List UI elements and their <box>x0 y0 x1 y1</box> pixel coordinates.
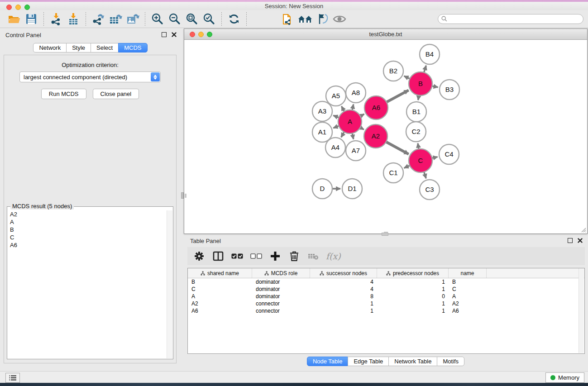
table-cell[interactable]: C <box>188 286 252 292</box>
table-tab-edge-table[interactable]: Edge Table <box>348 357 389 366</box>
table-cell[interactable]: dominator <box>252 293 310 300</box>
network-canvas[interactable]: B4B2BB3A8A5A6A3B1AA1C2A2A4A7C4CC1C3DD1 <box>185 40 587 234</box>
export-network-icon <box>92 13 105 25</box>
deselect-all-rows-button[interactable] <box>250 250 263 262</box>
open-network-file-button[interactable] <box>280 12 296 26</box>
column-header-predecessor-nodes[interactable]: predecessor nodes <box>377 268 449 278</box>
resize-grip-icon[interactable] <box>581 227 586 233</box>
column-header-name[interactable]: name <box>449 268 487 278</box>
table-cell[interactable]: 4 <box>310 286 377 292</box>
close-view-icon[interactable] <box>190 32 195 37</box>
tab-mcds[interactable]: MCDS <box>118 43 147 52</box>
show-graphics-details-button[interactable] <box>332 12 347 26</box>
column-visibility-button[interactable] <box>212 250 225 262</box>
mcds-result-item[interactable]: B <box>8 226 167 234</box>
zoom-window-icon[interactable] <box>24 5 30 10</box>
add-column-button[interactable] <box>269 250 282 262</box>
table-cell[interactable]: B <box>449 279 487 285</box>
run-mcds-button[interactable]: Run MCDS <box>41 89 86 99</box>
column-header-successor-nodes[interactable]: successor nodes <box>310 268 377 278</box>
column-header-shared-name[interactable]: shared name <box>188 268 252 278</box>
mcds-result-item[interactable]: A6 <box>8 241 167 249</box>
mcds-result-item[interactable]: A <box>8 218 167 226</box>
function-builder-button[interactable]: f(x) <box>326 251 341 261</box>
close-window-icon[interactable] <box>6 5 12 10</box>
view-edge-handle[interactable] <box>185 194 186 198</box>
zoom-out-button[interactable] <box>167 12 182 26</box>
table-cell[interactable]: 1 <box>377 308 449 314</box>
float-table-panel-icon[interactable] <box>568 238 573 243</box>
tab-style[interactable]: Style <box>66 43 91 52</box>
task-history-button[interactable] <box>5 373 20 383</box>
table-cell[interactable]: dominator <box>252 279 310 285</box>
table-cell[interactable]: connector <box>252 308 310 314</box>
zoom-in-button[interactable] <box>150 12 165 26</box>
table-cell[interactable]: 1 <box>310 300 377 307</box>
open-session-button[interactable] <box>6 12 22 26</box>
table-cell[interactable]: dominator <box>252 286 310 292</box>
refresh-view-button[interactable] <box>226 12 242 26</box>
delete-column-button[interactable] <box>288 250 301 262</box>
select-all-rows-button[interactable] <box>231 250 244 262</box>
tab-network[interactable]: Network <box>33 43 67 52</box>
table-cell[interactable]: B <box>188 279 252 285</box>
table-row[interactable]: Cdominator41C <box>188 286 584 293</box>
export-image-button[interactable] <box>125 12 140 26</box>
table-settings-button[interactable] <box>193 250 206 262</box>
mcds-list-scrollbar[interactable] <box>167 210 172 358</box>
zoom-fit-button[interactable] <box>184 12 200 26</box>
float-panel-icon[interactable] <box>162 32 167 37</box>
table-tab-node-table[interactable]: Node Table <box>307 357 349 366</box>
search-input[interactable] <box>438 14 583 24</box>
graph-edge-A6-B[interactable] <box>386 90 409 102</box>
close-panel-icon[interactable] <box>172 32 177 37</box>
import-network-button[interactable] <box>48 12 64 26</box>
table-scrollbar[interactable] <box>578 268 584 353</box>
table-cell[interactable]: A6 <box>188 308 252 314</box>
horizontal-splitter-grip[interactable] <box>382 233 388 236</box>
export-network-button[interactable] <box>91 12 106 26</box>
hide-flagged-button[interactable] <box>315 12 330 26</box>
mcds-result-item[interactable]: A2 <box>8 210 167 218</box>
delete-table-button[interactable] <box>307 250 320 262</box>
table-row[interactable]: A6connector11A6 <box>188 307 584 315</box>
import-table-button[interactable] <box>66 12 81 26</box>
table-cell[interactable]: A <box>188 293 252 300</box>
save-session-button[interactable] <box>24 12 39 26</box>
table-cell[interactable]: 4 <box>310 279 377 285</box>
table-cell[interactable]: connector <box>252 300 310 307</box>
table-cell[interactable]: A2 <box>188 300 252 307</box>
table-cell[interactable]: 1 <box>377 286 449 292</box>
table-row[interactable]: A2connector11A2 <box>188 300 584 307</box>
memory-button[interactable]: Memory <box>545 372 584 383</box>
network-window-traffic-lights[interactable] <box>190 32 212 37</box>
minimize-window-icon[interactable] <box>15 5 21 10</box>
tab-select[interactable]: Select <box>91 43 119 52</box>
home-panels-button[interactable] <box>297 12 313 26</box>
network-window-titlebar[interactable]: testGlobe.txt <box>184 29 587 40</box>
zoom-view-icon[interactable] <box>207 32 212 37</box>
table-cell[interactable]: A6 <box>449 308 487 314</box>
table-tab-motifs[interactable]: Motifs <box>437 357 464 366</box>
zoom-selected-button[interactable] <box>201 12 217 26</box>
table-row[interactable]: Bdominator41B <box>188 278 584 286</box>
column-header-mcds-role[interactable]: MCDS role <box>252 268 310 278</box>
table-cell[interactable]: 1 <box>310 308 377 314</box>
table-cell[interactable]: 1 <box>377 279 449 285</box>
criterion-select[interactable]: largest connected component (directed) <box>19 71 161 82</box>
close-table-panel-icon[interactable] <box>578 238 583 243</box>
minimize-view-icon[interactable] <box>198 32 204 37</box>
table-row[interactable]: Adominator80A <box>188 293 584 300</box>
traffic-lights[interactable] <box>6 5 30 10</box>
table-cell[interactable]: A <box>449 293 487 300</box>
table-cell[interactable]: 1 <box>377 300 449 307</box>
table-cell[interactable]: A2 <box>449 300 487 307</box>
table-cell[interactable]: 0 <box>377 293 449 300</box>
close-panel-button[interactable]: Close panel <box>93 89 139 99</box>
mcds-result-item[interactable]: C <box>8 234 167 241</box>
export-table-button[interactable] <box>108 12 123 26</box>
table-cell[interactable]: 8 <box>310 293 377 300</box>
table-tab-network-table[interactable]: Network Table <box>388 357 437 366</box>
table-cell[interactable]: C <box>449 286 487 292</box>
graph-edge-A2-C[interactable] <box>385 141 409 154</box>
